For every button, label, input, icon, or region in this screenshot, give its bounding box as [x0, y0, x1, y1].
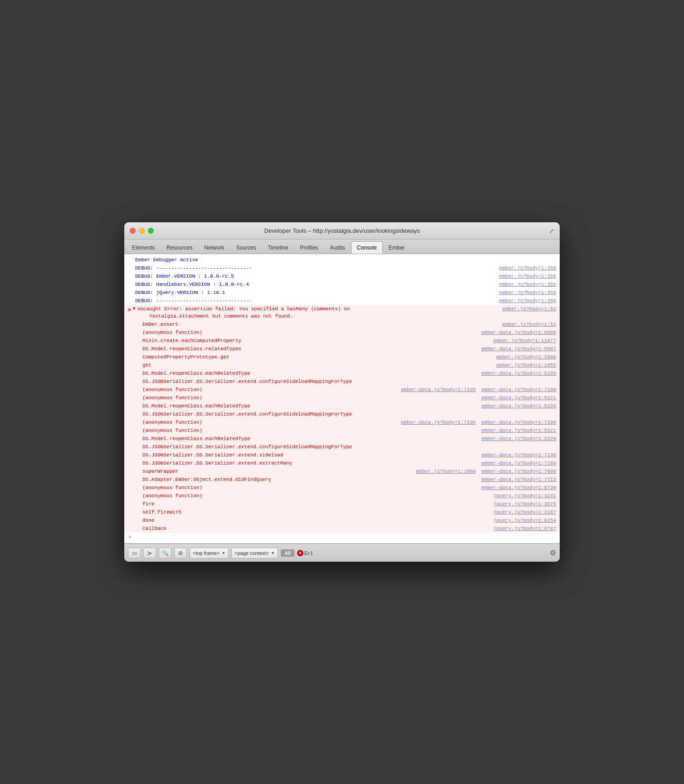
tab-bar: Elements Resources Network Sources Timel…: [124, 240, 560, 254]
execute-button[interactable]: ≻: [143, 548, 156, 559]
search-button[interactable]: 🔍: [159, 548, 171, 559]
console-log-line: DEBUG: Ember.VERSION : 1.0.0-rc.5 ember.…: [124, 272, 560, 280]
console-stack-line: Mixin.create.eachComputedProperty ember.…: [124, 337, 560, 345]
console-stack-line: (anonymous function) ember-data.js?body=…: [124, 328, 560, 337]
source-link[interactable]: ember-data.js?body=1:7195: [401, 386, 476, 393]
source-link[interactable]: ember-data.js?body=1:8730: [481, 484, 556, 491]
tab-ember[interactable]: Ember: [383, 241, 410, 254]
source-link[interactable]: ember-data.js?body=1:7160: [481, 460, 556, 467]
source-link[interactable]: ember-data.js?body=1:5087: [481, 345, 556, 353]
frame-selector[interactable]: <top frame> ▼: [190, 548, 229, 559]
console-prompt[interactable]: ›: [124, 533, 560, 541]
console-stack-line: DS.Model.reopenClass.eachRelatedType emb…: [124, 369, 560, 377]
console-stack-line: (anonymous function) ember-data.js?body=…: [124, 394, 560, 402]
source-link[interactable]: ember-data.js?body=1:5220: [481, 435, 556, 442]
source-link[interactable]: ember.js?body=1:11677: [493, 337, 556, 344]
console-error-line[interactable]: ⊗ ▼ Uncaught Error: assertion failed: Yo…: [124, 305, 560, 320]
no-log-button[interactable]: ⊘: [174, 548, 187, 559]
source-link[interactable]: ember-data.js?body=1:5220: [481, 370, 556, 377]
tab-resources[interactable]: Resources: [161, 241, 198, 254]
tab-audits[interactable]: Audits: [324, 241, 351, 254]
frame-label: <top frame>: [193, 550, 220, 556]
search-icon: 🔍: [162, 550, 169, 556]
console-stack-line: (anonymous function) ember-data.js?body=…: [124, 426, 560, 435]
console-stack-line: DS.Model.reopenClass.eachRelatedType emb…: [124, 402, 560, 410]
clear-console-button[interactable]: ▭: [128, 548, 141, 559]
source-link[interactable]: jquery.js?body=1:3075: [493, 500, 556, 508]
console-stack-line: DS.JSONSerializer.DS.Serializer.extend.s…: [124, 451, 560, 459]
source-link[interactable]: ember-data.js?body=1:5221: [481, 394, 556, 402]
source-link2[interactable]: ember-data.js?body=1:7190: [481, 419, 556, 426]
source-link[interactable]: ember-data.js?body=1:5221: [481, 427, 556, 434]
console-stack-line: callback jquery.js?body=1:8797: [124, 524, 560, 533]
tab-timeline[interactable]: Timeline: [262, 241, 294, 254]
expand-triangle-icon[interactable]: ▼: [133, 305, 136, 313]
window-title: Developer Tools – http://yostalgia.dev/u…: [264, 227, 420, 234]
prompt-arrow-icon: ›: [128, 534, 132, 540]
source-link[interactable]: ember.js?body=1:356: [499, 281, 556, 288]
bottom-toolbar: ▭ ≻ 🔍 ⊘ <top frame> ▼ <page context> ▼ A…: [124, 544, 560, 562]
devtools-window: Developer Tools – http://yostalgia.dev/u…: [124, 222, 560, 562]
gear-icon: ⚙: [550, 549, 556, 557]
console-stack-line: DS.JSONSerializer.DS.Serializer.extend.c…: [124, 443, 560, 451]
console-stack-line: DS.Model.reopenClass.eachRelatedType emb…: [124, 435, 560, 443]
console-log-line: DEBUG: Handlebars.VERSION : 1.0.0-rc.4 e…: [124, 280, 560, 289]
console-stack-line: ComputedPropertyPrototype.get ember.js?b…: [124, 353, 560, 361]
no-icon: ⊘: [178, 550, 183, 556]
context-selector[interactable]: <page context> ▼: [231, 548, 278, 559]
console-stack-line: DS.JSONSerializer.DS.Serializer.extend.c…: [124, 410, 560, 418]
settings-gear-button[interactable]: ⚙: [550, 549, 556, 557]
source-link[interactable]: ember.js?body=1:356: [499, 297, 556, 304]
console-stack-line: Ember.assert ember.js?body=1:52: [124, 320, 560, 328]
close-button[interactable]: [130, 228, 136, 234]
source-link[interactable]: jquery.js?body=1:8254: [493, 517, 556, 524]
console-log-line: DEBUG: -------------------------------- …: [124, 297, 560, 305]
console-stack-line: (anonymous function) ember-data.js?body=…: [124, 418, 560, 426]
console-stack-line: (anonymous function) ember-data.js?body=…: [124, 386, 560, 394]
source-link[interactable]: ember.js?body=1:3968: [496, 353, 556, 361]
source-link[interactable]: jquery.js?body=1:3231: [493, 492, 556, 500]
source-link[interactable]: ember.js?body=1:1060: [416, 468, 476, 475]
tab-network[interactable]: Network: [198, 241, 230, 254]
console-stack-line: fire jquery.js?body=1:3075: [124, 500, 560, 508]
titlebar: Developer Tools – http://yostalgia.dev/u…: [124, 222, 560, 240]
chevron-down-icon: ▼: [271, 551, 275, 555]
source-link[interactable]: ember-data.js?body=1:5095: [481, 329, 556, 336]
source-link[interactable]: ember.js?body=1:1655: [496, 362, 556, 369]
error-number: 1: [310, 550, 313, 556]
source-link[interactable]: ember.js?body=1:52: [502, 321, 556, 328]
source-link[interactable]: ember.js?body=1:356: [499, 289, 556, 296]
console-stack-line: get ember.js?body=1:1655: [124, 361, 560, 369]
source-link[interactable]: ember-data.js?body=1:7713: [481, 476, 556, 483]
console-stack-line: DS.JSONSerializer.DS.Serializer.extend.c…: [124, 377, 560, 386]
execute-icon: ≻: [147, 549, 152, 557]
console-stack-line: self.fireWith jquery.js?body=1:3187: [124, 508, 560, 516]
expand-icon[interactable]: ⤢: [549, 227, 554, 235]
tab-profiles[interactable]: Profiles: [294, 241, 324, 254]
maximize-button[interactable]: [148, 228, 154, 234]
minimize-button[interactable]: [139, 228, 145, 234]
source-link[interactable]: ember.js?body=1:356: [499, 265, 556, 272]
filter-all-button[interactable]: All: [281, 549, 294, 557]
console-log-line: DEBUG: jQuery.VERSION : 1.10.1 ember.js?…: [124, 289, 560, 297]
console-log-line: DEBUG: -------------------------------- …: [124, 264, 560, 272]
console-stack-line: (anonymous function) jquery.js?body=1:32…: [124, 492, 560, 500]
tab-sources[interactable]: Sources: [230, 241, 262, 254]
error-icon: ⊗: [128, 306, 131, 314]
traffic-lights: [130, 228, 154, 234]
source-link[interactable]: ember-data.js?body=1:5220: [481, 402, 556, 410]
tab-console[interactable]: Console: [351, 241, 383, 254]
source-link[interactable]: ember-data.js?body=1:7190: [481, 451, 556, 459]
tab-elements[interactable]: Elements: [126, 241, 161, 254]
source-link[interactable]: ember.js?body=1:356: [499, 273, 556, 280]
source-link[interactable]: jquery.js?body=1:8797: [493, 525, 556, 532]
error-label: Er: [304, 550, 309, 556]
console-output: Ember Debugger Active DEBUG: -----------…: [124, 254, 560, 544]
source-link[interactable]: ember-data.js?body=1:7195: [401, 419, 476, 426]
source-link[interactable]: jquery.js?body=1:3187: [493, 509, 556, 516]
console-stack-line: superWrapper ember.js?body=1:1060 ember-…: [124, 467, 560, 475]
source-link2[interactable]: ember-data.js?body=1:7096: [481, 468, 556, 475]
source-link2[interactable]: ember-data.js?body=1:7190: [481, 386, 556, 393]
context-label: <page context>: [235, 550, 269, 556]
source-link[interactable]: ember.js?body=1:52: [502, 305, 556, 313]
